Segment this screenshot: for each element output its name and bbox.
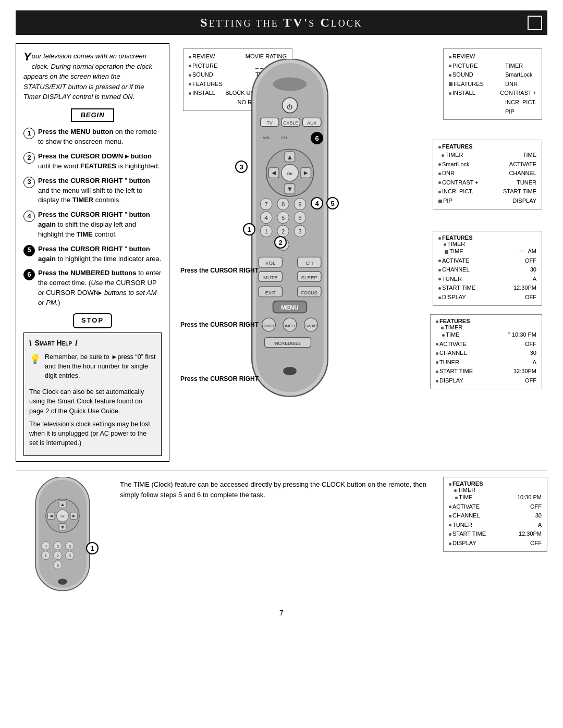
stop-button: STOP <box>73 313 112 328</box>
s4r1-right: --:-- AM <box>517 247 536 256</box>
svg-text:4: 4 <box>45 544 47 549</box>
svg-text:3: 3 <box>298 228 301 235</box>
screen-row: DNR CHANNEL <box>438 169 536 178</box>
step-5: 5 Press the CURSOR RIGHT " button again … <box>23 244 162 264</box>
s1r6-left <box>189 98 220 107</box>
svg-text:CABLE: CABLE <box>283 120 298 126</box>
step-4-text: Press the CURSOR RIGHT " button again to… <box>38 210 162 240</box>
s3r3-left: DNR <box>438 169 455 178</box>
screen-row: CONTRAST + TUNER <box>438 178 536 188</box>
svg-text:▼: ▼ <box>287 185 293 193</box>
bulb-icon: 💡 <box>29 352 41 384</box>
s1r5-left: INSTALL <box>189 89 220 98</box>
s4r3-left: CHANNEL <box>438 265 470 275</box>
screen-row: FEATURES DNR <box>449 80 536 89</box>
step-2-num: 2 <box>23 152 35 164</box>
step-3-text: Press the CURSOR RIGHT " button and the … <box>38 176 162 206</box>
s5r2-right: OFF <box>525 340 536 349</box>
title-bar: SETTING THE TV'S CLOCK <box>16 10 547 35</box>
sbr2-left: ACTIVATE <box>449 502 480 512</box>
s4r4-right: A <box>533 275 536 284</box>
step-2-text: Press the CURSOR DOWN ▸ button until the… <box>38 152 162 171</box>
step-6-num: 6 <box>23 269 35 280</box>
s2r5-right: CONTRAST + <box>500 89 536 98</box>
svg-text:0: 0 <box>57 563 59 568</box>
smart-help-p3: The television’s clock settings may be l… <box>29 419 156 448</box>
screen-row: START TIME 12:30PM <box>438 283 536 293</box>
s4-header: FEATURES <box>438 235 536 241</box>
circle-1-bottom: 1 <box>86 542 99 554</box>
screen-row: SOUND SmartLock <box>449 70 536 80</box>
svg-text:OK: OK <box>60 515 65 518</box>
step-1-text: Press the MENU button on the remote to s… <box>38 127 162 147</box>
s5r6-left: DISPLAY <box>436 376 463 386</box>
sbr5-left: START TIME <box>449 529 486 539</box>
s4-subheader: TIMER <box>438 241 536 247</box>
screen-2: REVIEW PICTURE TIMER SOUND SmartLock FEA… <box>443 48 542 120</box>
s4r6-right: OFF <box>525 293 536 302</box>
s3r1-left: TIMER <box>438 151 463 160</box>
s5-header: FEATURES <box>436 318 536 324</box>
step5-cursor-label: Press the CURSOR RIGHT <box>180 375 259 382</box>
s2r2-right: TIMER <box>505 61 536 71</box>
intro-text: Your television comes with an onscreen c… <box>23 51 162 102</box>
svg-text:6: 6 <box>69 544 71 549</box>
s2r7-right: PIP <box>505 107 536 117</box>
svg-text:5: 5 <box>57 544 59 549</box>
step-4: 4 Press the CURSOR RIGHT " button again … <box>23 210 162 240</box>
svg-point-76 <box>283 367 297 375</box>
s3-header: FEATURES <box>438 143 536 150</box>
sb-header: FEATURES <box>449 480 542 487</box>
step-5-text: Press the CURSOR RIGHT " button again to… <box>38 244 162 264</box>
screen-row: PIP <box>449 107 536 117</box>
remote-bottom-svg: ▲ ◄ ► ▼ OK 4 5 6 1 2 <box>16 477 109 597</box>
right-panel: REVIEW MOVIE RATING PICTURE _ _ _ _ _ _ … <box>178 43 547 462</box>
circle-3: 3 <box>235 161 248 173</box>
s1r1-left: REVIEW <box>189 52 220 61</box>
s2r3-right: SmartLock <box>505 70 536 80</box>
s5r1-right: " 10:30 PM <box>508 330 536 340</box>
svg-rect-78 <box>39 480 87 588</box>
bottom-text: The TIME (Clock) feature can be accessed… <box>120 479 433 500</box>
sbr6-right: OFF <box>530 539 542 548</box>
s2r4-left: FEATURES <box>449 80 484 89</box>
screen-row: ACTIVATE OFF <box>438 256 536 266</box>
s3r6-left: PIP <box>438 196 452 206</box>
s3r1-right: TIME <box>523 151 536 160</box>
page-number: 7 <box>16 609 547 617</box>
s4r6-left: DISPLAY <box>438 293 466 302</box>
screen-row: ACTIVATE OFF <box>449 502 542 512</box>
svg-text:▲: ▲ <box>287 153 293 161</box>
svg-text:SLEEP: SLEEP <box>301 275 317 280</box>
s5r3-left: CHANNEL <box>436 349 467 358</box>
sbr4-right: A <box>538 521 542 530</box>
svg-text:◄: ◄ <box>49 513 54 519</box>
svg-text:GUIDE: GUIDE <box>262 324 276 328</box>
svg-text:8: 8 <box>282 201 285 207</box>
circle-4: 4 <box>311 197 323 209</box>
svg-text:OK: OK <box>287 171 293 176</box>
s3r2-right: ACTIVATE <box>509 160 536 169</box>
screen-row: START TIME 12:30PM <box>449 529 542 539</box>
sbr1-left: TIME <box>449 493 473 502</box>
svg-text:1: 1 <box>265 228 268 235</box>
s1r4-left: FEATURES <box>189 80 223 89</box>
screen-row: PIP DISPLAY <box>438 196 536 206</box>
big-y-letter: Y <box>23 51 31 63</box>
main-content: Your television comes with an onscreen c… <box>16 43 547 462</box>
svg-text:1: 1 <box>45 553 47 558</box>
sbr2-right: OFF <box>530 502 542 512</box>
sbr3-right: 30 <box>535 511 542 521</box>
screen-bottom: FEATURES TIMER TIME 10:30 PM ACTIVATE OF… <box>443 477 547 552</box>
smart-help-p1: Remember, be sure to ►press “0” first an… <box>45 352 156 380</box>
screen-4: FEATURES TIMER TIME --:-- AM ACTIVATE OF… <box>433 231 542 306</box>
svg-text:AUX: AUX <box>307 120 316 126</box>
screen-row: TIME 10:30 PM <box>449 493 542 502</box>
page-title: SETTING THE TV'S CLOCK <box>200 16 362 30</box>
s2r6-right: INCR. PICT. <box>505 98 536 107</box>
s4r2-left: ACTIVATE <box>438 256 469 266</box>
svg-text:VOL: VOL <box>265 260 276 266</box>
screen-row: START TIME 12:30PM <box>436 367 536 376</box>
sb-subheader: TIMER <box>449 487 542 493</box>
svg-text:EXIT: EXIT <box>265 290 276 295</box>
